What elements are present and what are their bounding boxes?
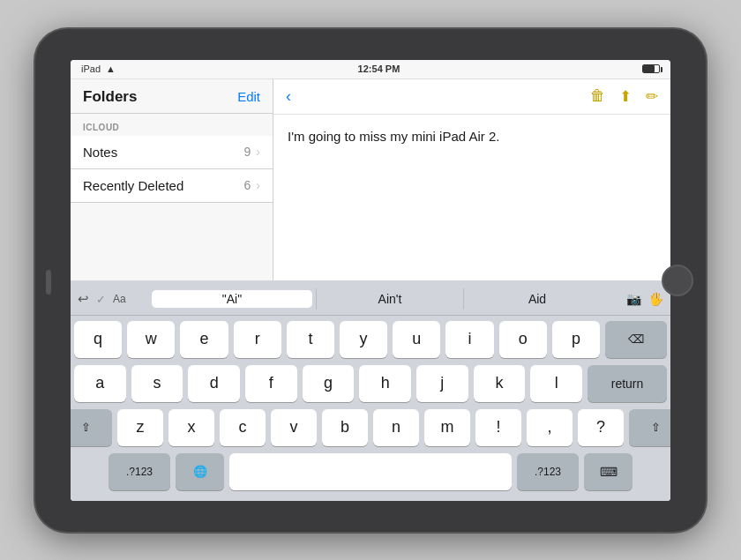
app-content: Folders Edit ICLOUD Notes 9 › Recently D…: [71, 79, 670, 280]
key-g[interactable]: g: [303, 365, 355, 402]
hand-icon[interactable]: 🖐: [648, 292, 663, 306]
key-c[interactable]: c: [220, 409, 266, 446]
key-l[interactable]: l: [530, 365, 582, 402]
suggestion-aint[interactable]: Ain't: [316, 288, 463, 310]
suggestion-bar-left: ↩ ✓ Aa: [78, 291, 148, 307]
key-shift-right[interactable]: ⇧: [629, 409, 670, 446]
sidebar: Folders Edit ICLOUD Notes 9 › Recently D…: [71, 79, 273, 280]
home-button[interactable]: [662, 265, 693, 296]
key-u[interactable]: u: [393, 321, 440, 358]
key-row-3: ⇧ z x c v b n m ! , ? ⇧: [74, 409, 667, 446]
battery-fill: [643, 65, 655, 72]
key-comma[interactable]: ,: [527, 409, 573, 446]
note-area: ‹ 🗑 ⬆ ✏ I'm going to miss my mini iPad A…: [273, 79, 670, 280]
note-body[interactable]: I'm going to miss my mini iPad Air 2.: [273, 115, 670, 280]
sidebar-header: Folders Edit: [71, 79, 273, 114]
notes-count: 9: [244, 145, 251, 159]
key-shift-left[interactable]: ⇧: [71, 409, 112, 446]
note-toolbar-left: ‹: [286, 87, 291, 106]
key-z[interactable]: z: [117, 409, 163, 446]
key-question[interactable]: ?: [578, 409, 624, 446]
wifi-icon: ▲: [106, 63, 116, 74]
recently-deleted-count: 6: [244, 178, 251, 192]
sidebar-section-label: ICLOUD: [71, 114, 273, 136]
sidebar-item-recently-deleted[interactable]: Recently Deleted 6 ›: [71, 169, 273, 203]
key-a[interactable]: a: [74, 365, 126, 402]
status-left: iPad ▲: [81, 63, 116, 74]
key-row-4: .?123 🌐 .?123 ⌨: [74, 453, 667, 497]
key-x[interactable]: x: [168, 409, 214, 446]
key-q[interactable]: q: [74, 321, 122, 358]
compose-icon[interactable]: ✏: [646, 87, 658, 106]
key-space[interactable]: [229, 453, 512, 490]
key-row-1: q w e r t y u i o p ⌫: [74, 321, 667, 358]
ipad-screen: iPad ▲ 12:54 PM Folders Edit ICLOUD: [71, 60, 670, 501]
key-y[interactable]: y: [340, 321, 387, 358]
key-row-2: a s d f g h j k l return: [74, 365, 667, 402]
keyboard-container: ↩ ✓ Aa "Ai" Ain't Aid 📷 🖐 q: [71, 280, 670, 501]
suggestion-bar-right: 📷 🖐: [610, 292, 663, 306]
key-n[interactable]: n: [373, 409, 419, 446]
key-v[interactable]: v: [271, 409, 317, 446]
key-p[interactable]: p: [552, 321, 600, 358]
key-num-left[interactable]: .?123: [109, 453, 170, 490]
status-time: 12:54 PM: [358, 63, 400, 74]
recently-deleted-label: Recently Deleted: [83, 178, 244, 193]
ipad-device: iPad ▲ 12:54 PM Folders Edit ICLOUD: [35, 29, 706, 532]
key-h[interactable]: h: [359, 365, 411, 402]
key-s[interactable]: s: [131, 365, 183, 402]
note-text: I'm going to miss my mini iPad Air 2.: [288, 129, 499, 144]
suggestions: "Ai" Ain't Aid: [148, 288, 610, 310]
side-button: [46, 270, 51, 295]
key-r[interactable]: r: [234, 321, 281, 358]
key-f[interactable]: f: [245, 365, 297, 402]
ipad-label: iPad: [81, 63, 101, 74]
keyboard-rows: q w e r t y u i o p ⌫ a s d f: [71, 316, 670, 501]
camera-icon[interactable]: 📷: [626, 292, 641, 306]
key-d[interactable]: d: [188, 365, 240, 402]
note-toolbar-right: 🗑 ⬆ ✏: [590, 87, 658, 106]
sidebar-title: Folders: [83, 88, 137, 106]
suggestion-ai[interactable]: "Ai": [152, 290, 312, 308]
trash-icon[interactable]: 🗑: [590, 87, 605, 105]
notes-label: Notes: [83, 145, 244, 160]
key-num-right[interactable]: .?123: [517, 453, 579, 490]
key-o[interactable]: o: [499, 321, 547, 358]
key-globe[interactable]: 🌐: [176, 453, 224, 490]
status-bar: iPad ▲ 12:54 PM: [71, 60, 670, 79]
key-j[interactable]: j: [416, 365, 468, 402]
key-t[interactable]: t: [287, 321, 334, 358]
font-size-icon[interactable]: Aa: [113, 293, 126, 305]
key-i[interactable]: i: [445, 321, 493, 358]
recently-deleted-chevron-icon: ›: [256, 178, 260, 192]
undo-icon[interactable]: ↩: [78, 291, 89, 307]
share-icon[interactable]: ⬆: [619, 87, 632, 106]
status-right: [642, 64, 660, 73]
suggestion-aid[interactable]: Aid: [463, 288, 610, 310]
key-b[interactable]: b: [322, 409, 368, 446]
key-backspace[interactable]: ⌫: [605, 321, 667, 358]
key-w[interactable]: w: [127, 321, 175, 358]
key-k[interactable]: k: [474, 365, 526, 402]
battery-icon: [642, 64, 660, 73]
check-icon[interactable]: ✓: [96, 293, 106, 306]
note-toolbar: ‹ 🗑 ⬆ ✏: [273, 79, 670, 115]
key-e[interactable]: e: [180, 321, 228, 358]
back-arrow-icon[interactable]: ‹: [286, 87, 291, 106]
key-m[interactable]: m: [424, 409, 470, 446]
notes-chevron-icon: ›: [256, 145, 260, 159]
sidebar-edit-button[interactable]: Edit: [237, 89, 260, 104]
sidebar-item-notes[interactable]: Notes 9 ›: [71, 136, 273, 169]
suggestion-bar: ↩ ✓ Aa "Ai" Ain't Aid 📷 🖐: [71, 284, 670, 316]
key-hide-keyboard[interactable]: ⌨: [584, 453, 632, 490]
key-exclamation[interactable]: !: [475, 409, 521, 446]
key-return[interactable]: return: [588, 365, 667, 402]
